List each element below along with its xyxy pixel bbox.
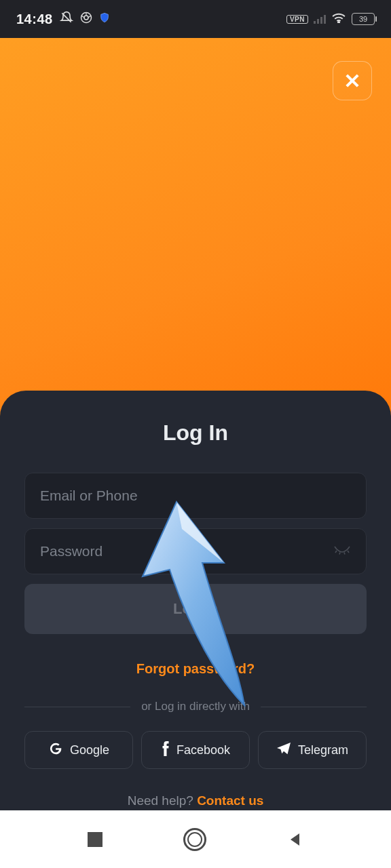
facebook-label: Facebook [176, 743, 230, 757]
google-login-button[interactable]: Google [24, 731, 133, 769]
telegram-icon [276, 742, 291, 759]
clock: 14:48 [16, 12, 53, 27]
recents-button[interactable] [88, 832, 103, 847]
contact-us-link[interactable]: Contact us [197, 793, 263, 808]
status-bar: 14:48 VPN 39 [0, 0, 391, 38]
battery-icon: 39 [352, 13, 375, 25]
login-sheet: Log In Log In Forgot password? or Log in… [0, 391, 391, 810]
dnd-icon [60, 11, 73, 27]
login-button[interactable]: Log In [24, 584, 367, 634]
back-button[interactable] [287, 831, 303, 848]
email-field-wrap[interactable] [24, 473, 367, 519]
help-label: Need help? [128, 793, 197, 808]
status-right: VPN 39 [286, 12, 375, 26]
login-button-label: Log In [173, 600, 218, 618]
google-label: Google [70, 743, 109, 757]
status-left: 14:48 [16, 11, 110, 27]
telegram-label: Telegram [298, 743, 348, 757]
eye-closed-icon[interactable] [333, 543, 351, 559]
wifi-icon [331, 12, 346, 26]
social-divider: or Log in directly with [24, 700, 367, 713]
divider-line [261, 707, 367, 707]
google-icon [48, 741, 63, 760]
divider-label: or Log in directly with [141, 700, 250, 713]
svg-point-2 [338, 22, 339, 23]
login-title: Log In [24, 420, 367, 446]
divider-line [24, 707, 130, 707]
facebook-icon [161, 741, 170, 760]
facebook-login-button[interactable]: Facebook [141, 731, 250, 769]
shield-icon [99, 12, 110, 26]
forgot-password-link[interactable]: Forgot password? [24, 661, 367, 677]
battery-level: 39 [359, 15, 367, 23]
android-navbar [0, 810, 391, 868]
password-field[interactable] [40, 543, 351, 559]
help-row: Need help? Contact us [24, 793, 367, 808]
telegram-login-button[interactable]: Telegram [258, 731, 367, 769]
signal-icon [314, 14, 326, 24]
app-screen: Log In Log In Forgot password? or Log in… [0, 38, 391, 810]
password-field-wrap[interactable] [24, 528, 367, 574]
svg-point-1 [84, 16, 88, 20]
email-field[interactable] [40, 488, 351, 504]
vpn-badge: VPN [286, 15, 308, 24]
home-button[interactable] [183, 828, 206, 851]
chrome-icon [80, 12, 92, 26]
close-button[interactable] [333, 61, 372, 100]
social-row: Google Facebook Telegram [24, 731, 367, 769]
